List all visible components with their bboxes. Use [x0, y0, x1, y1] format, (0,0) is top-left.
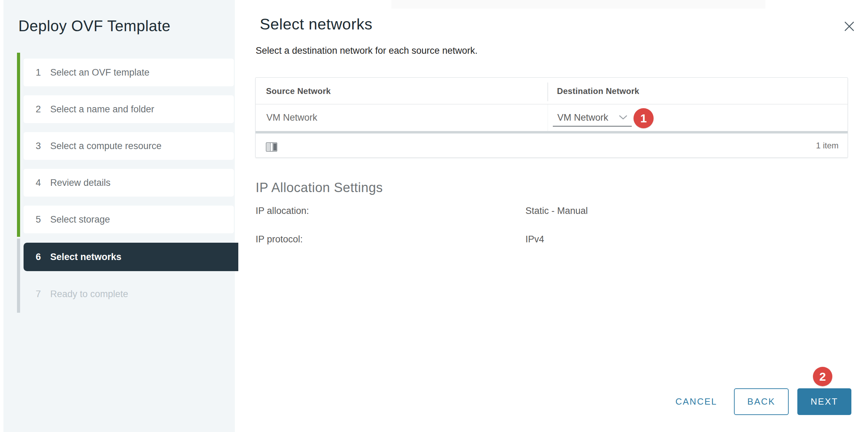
sidebar-step-select-networks-active[interactable]: 6 Select networks [24, 243, 238, 271]
wizard-sidebar: Deploy OVF Template 1 Select an OVF temp… [3, 0, 235, 432]
dropdown-selected-value: VM Network [557, 112, 608, 123]
step-number: 7 [36, 289, 50, 300]
step-number: 5 [36, 214, 50, 225]
table-header-row: Source Network Destination Network [256, 78, 848, 104]
table-row: VM Network VM Network [256, 104, 848, 131]
wizard-title: Deploy OVF Template [18, 18, 170, 34]
step-number: 4 [36, 178, 50, 188]
ip-allocation-settings-heading: IP Allocation Settings [256, 180, 383, 195]
close-button[interactable] [842, 19, 856, 33]
step-label: Review details [50, 178, 110, 188]
step-label: Select a name and folder [50, 104, 154, 115]
column-divider [548, 83, 548, 101]
back-button[interactable]: BACK [734, 388, 789, 415]
ip-protocol-value: IPv4 [525, 234, 544, 245]
sidebar-step-select-name-folder[interactable]: 2 Select a name and folder [24, 95, 234, 123]
row-column-divider [548, 104, 548, 131]
destination-network-dropdown[interactable]: VM Network [553, 109, 632, 127]
backdrop-edge [391, 0, 765, 9]
sidebar-step-review-details[interactable]: 4 Review details [24, 169, 234, 197]
progress-bar-completed [17, 53, 20, 237]
sidebar-step-ready-to-complete: 7 Ready to complete [24, 280, 234, 308]
sidebar-step-select-compute-resource[interactable]: 3 Select a compute resource [24, 132, 234, 160]
network-mapping-table: Source Network Destination Network VM Ne… [255, 77, 848, 158]
step-label: Ready to complete [50, 289, 128, 300]
progress-bar-remaining [17, 239, 20, 313]
column-header-destination-network: Destination Network [557, 78, 639, 104]
step-number: 2 [36, 104, 50, 115]
column-header-source-network: Source Network [266, 78, 331, 104]
step-number: 1 [36, 67, 50, 78]
table-footer-separator [256, 131, 848, 133]
annotation-badge-1: 1 [634, 108, 654, 128]
step-label: Select a compute resource [50, 141, 161, 152]
step-number: 6 [36, 252, 50, 262]
table-footer: 1 item [256, 133, 848, 158]
step-label: Select storage [50, 214, 110, 225]
step-label: Select an OVF template [50, 67, 150, 78]
step-label: Select networks [50, 252, 122, 262]
next-button[interactable]: NEXT [797, 388, 851, 415]
cancel-button[interactable]: CANCEL [671, 388, 721, 415]
sidebar-step-select-ovf-template[interactable]: 1 Select an OVF template [24, 59, 234, 86]
item-count-label: 1 item [816, 133, 839, 158]
source-network-cell: VM Network [266, 104, 317, 131]
ip-protocol-label: IP protocol: [256, 234, 303, 245]
deploy-ovf-wizard-dialog: Deploy OVF Template 1 Select an OVF temp… [0, 0, 868, 432]
step-number: 3 [36, 141, 50, 152]
page-title: Select networks [260, 16, 372, 33]
ip-allocation-value: Static - Manual [525, 206, 588, 216]
ip-allocation-label: IP allocation: [256, 206, 309, 216]
column-toggle-icon[interactable] [266, 142, 277, 152]
chevron-down-icon [619, 115, 627, 120]
sidebar-step-select-storage[interactable]: 5 Select storage [24, 206, 234, 233]
close-icon [844, 21, 854, 32]
annotation-badge-2: 2 [813, 367, 832, 386]
page-subtitle: Select a destination network for each so… [256, 45, 478, 56]
